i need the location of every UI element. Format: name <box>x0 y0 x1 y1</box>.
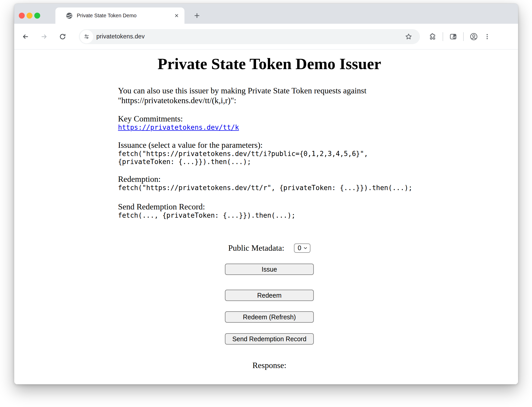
chevron-down-icon <box>303 247 307 249</box>
menu-kebab-icon[interactable] <box>481 31 493 43</box>
globe-favicon-icon <box>66 12 73 19</box>
site-settings-icon[interactable] <box>80 30 93 43</box>
send-redemption-record-section: Send Redemption Record: fetch(..., {priv… <box>118 202 421 219</box>
window-controls <box>19 13 40 19</box>
send-redemption-record-label: Send Redemption Record: <box>118 202 421 211</box>
response-label: Response: <box>118 361 421 370</box>
address-bar[interactable]: privatetokens.dev <box>79 29 420 44</box>
toolbar-divider <box>443 32 443 41</box>
toolbar-right-icons <box>427 31 493 43</box>
redeem-button[interactable]: Redeem <box>225 290 314 301</box>
key-commitments-label: Key Commitments: <box>118 114 421 124</box>
close-window-button[interactable] <box>19 13 25 19</box>
url-text[interactable]: privatetokens.dev <box>96 33 403 40</box>
token-form: Public Metadata: 0 Issue Redeem Redeem (… <box>118 243 421 370</box>
tab-strip: Private State Token Demo <box>14 4 518 24</box>
extensions-puzzle-icon[interactable] <box>427 31 438 43</box>
forward-button[interactable] <box>38 30 50 43</box>
issue-button[interactable]: Issue <box>225 264 314 275</box>
page-content: Private State Token Demo Issuer You can … <box>14 50 518 384</box>
redemption-section: Redemption: fetch("https://privatetokens… <box>118 174 421 192</box>
intro-paragraph: You can also use this issuer by making P… <box>118 86 421 105</box>
public-metadata-row: Public Metadata: 0 <box>118 243 421 253</box>
public-metadata-selected-value: 0 <box>298 244 301 252</box>
browser-toolbar: privatetokens.dev <box>14 24 518 50</box>
back-button[interactable] <box>19 30 32 43</box>
page-title: Private State Token Demo Issuer <box>118 55 421 73</box>
toolbar-divider <box>463 32 464 41</box>
send-redemption-record-code: fetch(..., {privateToken: {...}}).then(.… <box>118 211 421 219</box>
key-commitments-link[interactable]: https://privatetokens.dev/tt/k <box>118 124 239 132</box>
redemption-code: fetch("https://privatetokens.dev/tt/r", … <box>118 184 421 192</box>
browser-window: Private State Token Demo <box>14 4 518 384</box>
redeem-refresh-button[interactable]: Redeem (Refresh) <box>225 311 314 323</box>
reload-button[interactable] <box>56 30 69 43</box>
issuance-section: Issuance (select a value for the paramet… <box>118 140 421 166</box>
tab-title: Private State Token Demo <box>77 13 173 19</box>
browser-tab[interactable]: Private State Token Demo <box>55 7 184 24</box>
minimize-window-button[interactable] <box>27 13 32 19</box>
issuance-label: Issuance (select a value for the paramet… <box>118 140 421 150</box>
public-metadata-label: Public Metadata: <box>228 243 284 253</box>
key-commitments-section: Key Commitments: https://privatetokens.d… <box>118 114 421 132</box>
fullscreen-window-button[interactable] <box>34 13 40 19</box>
search-tabs-icon[interactable] <box>447 31 459 43</box>
profile-icon[interactable] <box>468 31 480 43</box>
issuance-code: fetch("https://privatetokens.dev/tt/i?pu… <box>118 150 421 166</box>
new-tab-button[interactable] <box>192 11 201 20</box>
send-redemption-record-button[interactable]: Send Redemption Record <box>225 333 314 345</box>
tab-close-button[interactable] <box>173 12 180 20</box>
redemption-label: Redemption: <box>118 174 421 184</box>
bookmark-star-icon[interactable] <box>403 31 414 42</box>
public-metadata-select[interactable]: 0 <box>294 243 310 253</box>
